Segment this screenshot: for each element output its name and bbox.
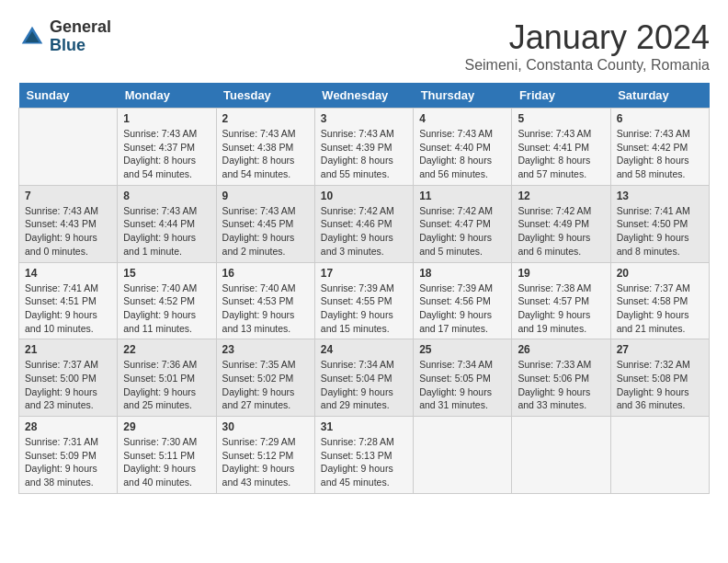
cell-info: Sunrise: 7:41 AMSunset: 4:51 PMDaylight:…	[25, 282, 111, 336]
logo: General Blue	[18, 18, 111, 55]
title-block: January 2024 Seimeni, Constanta County, …	[464, 18, 710, 74]
cell-info: Sunrise: 7:36 AMSunset: 5:01 PMDaylight:…	[123, 358, 210, 412]
calendar-cell	[414, 417, 512, 494]
day-number: 27	[617, 343, 703, 356]
month-title: January 2024	[464, 18, 710, 57]
cell-info: Sunrise: 7:37 AMSunset: 5:00 PMDaylight:…	[25, 358, 111, 412]
cell-info: Sunrise: 7:35 AMSunset: 5:02 PMDaylight:…	[222, 358, 309, 412]
calendar-cell: 7Sunrise: 7:43 AMSunset: 4:43 PMDaylight…	[19, 185, 118, 262]
cell-info: Sunrise: 7:29 AMSunset: 5:12 PMDaylight:…	[222, 435, 309, 489]
week-row-1: 7Sunrise: 7:43 AMSunset: 4:43 PMDaylight…	[19, 185, 710, 262]
logo-blue-text: Blue	[50, 37, 111, 55]
day-number: 8	[123, 190, 210, 202]
cell-info: Sunrise: 7:43 AMSunset: 4:38 PMDaylight:…	[222, 127, 309, 181]
cell-info: Sunrise: 7:43 AMSunset: 4:40 PMDaylight:…	[419, 127, 506, 181]
day-number: 17	[321, 267, 407, 280]
header-row: Sunday Monday Tuesday Wednesday Thursday…	[19, 83, 710, 109]
calendar-cell: 21Sunrise: 7:37 AMSunset: 5:00 PMDayligh…	[19, 339, 118, 417]
calendar-cell: 24Sunrise: 7:34 AMSunset: 5:04 PMDayligh…	[314, 339, 413, 417]
day-number: 4	[419, 112, 506, 125]
calendar-cell: 22Sunrise: 7:36 AMSunset: 5:01 PMDayligh…	[118, 339, 216, 417]
week-row-0: 1Sunrise: 7:43 AMSunset: 4:37 PMDaylight…	[19, 109, 710, 186]
calendar-cell: 6Sunrise: 7:43 AMSunset: 4:42 PMDaylight…	[610, 109, 709, 186]
calendar-cell	[19, 109, 118, 186]
col-saturday: Saturday	[610, 83, 709, 109]
cell-info: Sunrise: 7:30 AMSunset: 5:11 PMDaylight:…	[123, 435, 210, 489]
cell-info: Sunrise: 7:32 AMSunset: 5:08 PMDaylight:…	[617, 358, 703, 412]
day-number: 5	[518, 112, 604, 125]
calendar-table: Sunday Monday Tuesday Wednesday Thursday…	[18, 83, 710, 494]
cell-info: Sunrise: 7:37 AMSunset: 4:58 PMDaylight:…	[617, 282, 703, 336]
day-number: 23	[222, 343, 309, 356]
day-number: 16	[222, 267, 309, 280]
cell-info: Sunrise: 7:43 AMSunset: 4:42 PMDaylight:…	[617, 127, 703, 181]
cell-info: Sunrise: 7:34 AMSunset: 5:04 PMDaylight:…	[321, 358, 407, 412]
cell-info: Sunrise: 7:43 AMSunset: 4:43 PMDaylight:…	[25, 204, 111, 259]
calendar-cell: 29Sunrise: 7:30 AMSunset: 5:11 PMDayligh…	[118, 417, 216, 494]
day-number: 20	[617, 267, 703, 280]
calendar-cell: 4Sunrise: 7:43 AMSunset: 4:40 PMDaylight…	[414, 109, 512, 186]
day-number: 24	[321, 343, 407, 356]
calendar-cell: 20Sunrise: 7:37 AMSunset: 4:58 PMDayligh…	[610, 262, 709, 339]
day-number: 12	[518, 190, 604, 202]
day-number: 30	[222, 420, 309, 433]
calendar-cell: 23Sunrise: 7:35 AMSunset: 5:02 PMDayligh…	[216, 339, 314, 417]
cell-info: Sunrise: 7:40 AMSunset: 4:53 PMDaylight:…	[222, 282, 309, 336]
cell-info: Sunrise: 7:33 AMSunset: 5:06 PMDaylight:…	[518, 358, 604, 412]
cell-info: Sunrise: 7:34 AMSunset: 5:05 PMDaylight:…	[419, 358, 506, 412]
calendar-cell: 17Sunrise: 7:39 AMSunset: 4:55 PMDayligh…	[314, 262, 413, 339]
logo-icon	[18, 23, 46, 51]
week-row-2: 14Sunrise: 7:41 AMSunset: 4:51 PMDayligh…	[19, 262, 710, 339]
day-number: 3	[321, 112, 407, 125]
day-number: 18	[419, 267, 506, 280]
calendar-cell: 11Sunrise: 7:42 AMSunset: 4:47 PMDayligh…	[414, 185, 512, 262]
cell-info: Sunrise: 7:38 AMSunset: 4:57 PMDaylight:…	[518, 282, 604, 336]
cell-info: Sunrise: 7:43 AMSunset: 4:37 PMDaylight:…	[123, 127, 210, 181]
cell-info: Sunrise: 7:43 AMSunset: 4:45 PMDaylight:…	[222, 204, 309, 259]
day-number: 14	[25, 267, 111, 280]
week-row-4: 28Sunrise: 7:31 AMSunset: 5:09 PMDayligh…	[19, 417, 710, 494]
calendar-cell: 19Sunrise: 7:38 AMSunset: 4:57 PMDayligh…	[512, 262, 610, 339]
calendar-cell: 25Sunrise: 7:34 AMSunset: 5:05 PMDayligh…	[414, 339, 512, 417]
day-number: 25	[419, 343, 506, 356]
cell-info: Sunrise: 7:42 AMSunset: 4:49 PMDaylight:…	[518, 204, 604, 259]
day-number: 7	[25, 190, 111, 202]
cell-info: Sunrise: 7:31 AMSunset: 5:09 PMDaylight:…	[25, 435, 111, 489]
day-number: 28	[25, 420, 111, 433]
calendar-cell: 14Sunrise: 7:41 AMSunset: 4:51 PMDayligh…	[19, 262, 118, 339]
day-number: 22	[123, 343, 210, 356]
day-number: 19	[518, 267, 604, 280]
day-number: 1	[123, 112, 210, 125]
calendar-cell: 26Sunrise: 7:33 AMSunset: 5:06 PMDayligh…	[512, 339, 610, 417]
calendar-cell	[610, 417, 709, 494]
calendar-cell: 27Sunrise: 7:32 AMSunset: 5:08 PMDayligh…	[610, 339, 709, 417]
cell-info: Sunrise: 7:42 AMSunset: 4:47 PMDaylight:…	[419, 204, 506, 259]
calendar-cell: 2Sunrise: 7:43 AMSunset: 4:38 PMDaylight…	[216, 109, 314, 186]
day-number: 21	[25, 343, 111, 356]
calendar-cell: 28Sunrise: 7:31 AMSunset: 5:09 PMDayligh…	[19, 417, 118, 494]
page-header: General Blue January 2024 Seimeni, Const…	[18, 18, 710, 74]
calendar-cell: 18Sunrise: 7:39 AMSunset: 4:56 PMDayligh…	[414, 262, 512, 339]
day-number: 26	[518, 343, 604, 356]
location-title: Seimeni, Constanta County, Romania	[464, 57, 710, 74]
logo-general-text: General	[50, 18, 111, 37]
calendar-cell: 13Sunrise: 7:41 AMSunset: 4:50 PMDayligh…	[610, 185, 709, 262]
calendar-cell: 8Sunrise: 7:43 AMSunset: 4:44 PMDaylight…	[118, 185, 216, 262]
day-number: 13	[617, 190, 703, 202]
cell-info: Sunrise: 7:43 AMSunset: 4:39 PMDaylight:…	[321, 127, 407, 181]
day-number: 31	[321, 420, 407, 433]
col-monday: Monday	[118, 83, 216, 109]
cell-info: Sunrise: 7:28 AMSunset: 5:13 PMDaylight:…	[321, 435, 407, 489]
cell-info: Sunrise: 7:42 AMSunset: 4:46 PMDaylight:…	[321, 204, 407, 259]
calendar-cell: 15Sunrise: 7:40 AMSunset: 4:52 PMDayligh…	[118, 262, 216, 339]
col-friday: Friday	[512, 83, 610, 109]
cell-info: Sunrise: 7:39 AMSunset: 4:56 PMDaylight:…	[419, 282, 506, 336]
day-number: 10	[321, 190, 407, 202]
cell-info: Sunrise: 7:43 AMSunset: 4:41 PMDaylight:…	[518, 127, 604, 181]
col-wednesday: Wednesday	[314, 83, 413, 109]
calendar-cell	[512, 417, 610, 494]
week-row-3: 21Sunrise: 7:37 AMSunset: 5:00 PMDayligh…	[19, 339, 710, 417]
day-number: 11	[419, 190, 506, 202]
day-number: 2	[222, 112, 309, 125]
logo-text: General Blue	[50, 18, 111, 55]
